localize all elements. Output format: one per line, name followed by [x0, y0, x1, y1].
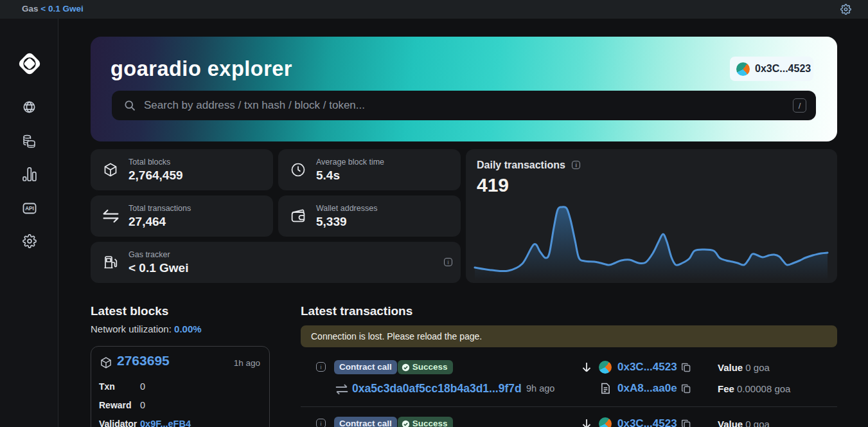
svg-text:API: API [25, 206, 34, 212]
